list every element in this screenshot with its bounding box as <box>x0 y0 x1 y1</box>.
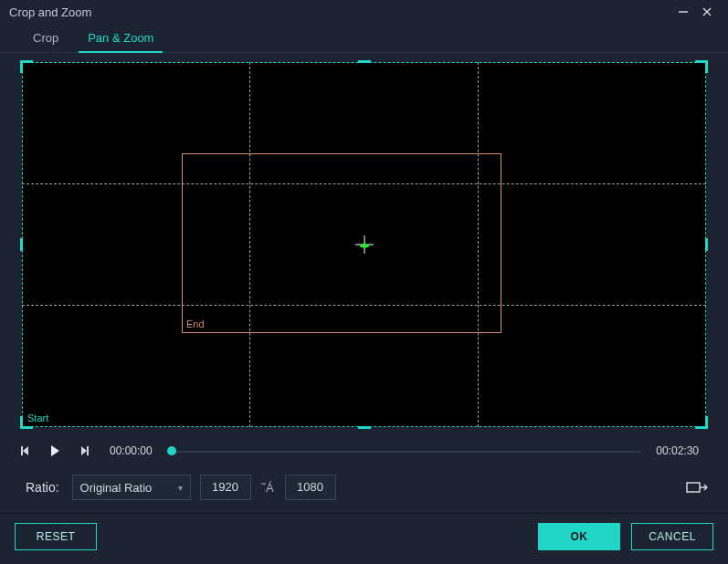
seek-knob[interactable] <box>167 446 176 455</box>
grid-line <box>249 62 250 427</box>
seek-line <box>167 451 642 453</box>
swap-icon <box>686 480 708 495</box>
ratio-selected: Original Ratio <box>80 481 153 495</box>
grid-line <box>478 62 479 427</box>
ok-button[interactable]: OK <box>538 523 620 550</box>
reset-button[interactable]: RESET <box>15 523 97 550</box>
ratio-label: Ratio: <box>18 480 63 495</box>
next-frame-button[interactable] <box>73 440 95 462</box>
frame-border <box>22 62 706 63</box>
window-title: Crop and Zoom <box>9 5 91 19</box>
tab-pan-zoom[interactable]: Pan & Zoom <box>73 26 168 52</box>
ratio-select[interactable]: Original Ratio ▾ <box>72 475 191 500</box>
preview-area[interactable]: Start End <box>22 62 706 427</box>
close-icon <box>702 6 712 17</box>
grid-line <box>22 183 706 184</box>
grid-line <box>22 305 706 306</box>
ratio-controls: Ratio: Original Ratio ▾ 1920 ˜Á 1080 <box>0 467 728 513</box>
svg-rect-9 <box>87 446 89 455</box>
frame-border <box>22 426 706 427</box>
frame-border <box>705 62 706 427</box>
total-time: 00:02:30 <box>649 444 706 457</box>
prev-frame-button[interactable] <box>15 440 37 462</box>
frame-border <box>22 62 23 427</box>
prev-frame-icon <box>19 444 32 457</box>
swap-frames-button[interactable] <box>684 478 710 496</box>
player-bar: 00:00:00 00:02:30 <box>0 434 728 467</box>
svg-rect-6 <box>21 446 23 455</box>
play-button[interactable] <box>44 440 66 462</box>
play-icon <box>47 444 62 458</box>
next-frame-icon <box>78 444 90 457</box>
cancel-button[interactable]: CANCEL <box>631 523 713 550</box>
dimension-separator: ˜Á <box>260 481 276 495</box>
minimize-icon <box>678 6 689 17</box>
svg-rect-10 <box>687 483 700 492</box>
footer-bar: RESET OK CANCEL <box>0 513 728 559</box>
close-button[interactable] <box>695 0 719 24</box>
minimize-button[interactable] <box>671 0 695 24</box>
tab-crop[interactable]: Crop <box>18 26 73 52</box>
current-time: 00:00:00 <box>102 444 160 457</box>
tab-bar: Crop Pan & Zoom <box>0 24 728 53</box>
svg-marker-5 <box>23 446 28 455</box>
video-preview <box>22 62 706 427</box>
seek-track[interactable] <box>167 444 642 458</box>
svg-marker-8 <box>81 446 87 455</box>
height-input[interactable]: 1080 <box>285 475 336 500</box>
width-input[interactable]: 1920 <box>200 475 251 500</box>
svg-marker-7 <box>51 445 59 456</box>
chevron-down-icon: ▾ <box>178 483 183 493</box>
titlebar: Crop and Zoom <box>0 0 728 24</box>
